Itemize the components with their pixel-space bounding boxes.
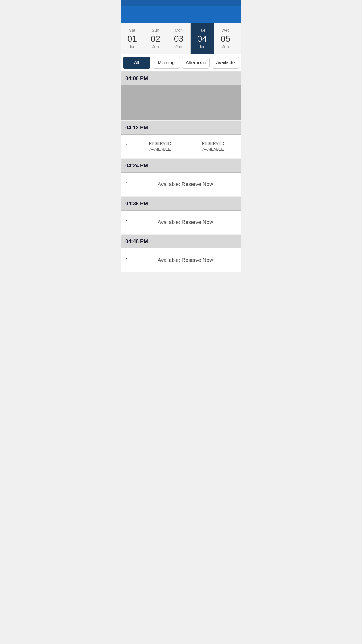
slot-card-available[interactable]: 1Available: Reserve Now xyxy=(121,211,241,234)
slot-available-label: AVAILABLE xyxy=(136,147,184,152)
day-number: 05 xyxy=(216,34,235,43)
slot-available-text: Available: Reserve Now xyxy=(134,257,237,263)
time-header: 04:24 PM xyxy=(121,159,241,173)
filter-bar: AllMorningAfternoonAvailable xyxy=(121,54,241,72)
time-slot-group-0: 04:00 PM xyxy=(121,72,241,120)
date-item-06[interactable]: Thu 06 Jun xyxy=(237,23,241,54)
slot-available-text: Available: Reserve Now xyxy=(134,181,237,188)
month-label: Jun xyxy=(216,44,235,49)
slot-available-text: Available: Reserve Now xyxy=(134,219,237,225)
slot-reserved-label: RESERVED xyxy=(189,141,237,146)
slot-row: 1Available: Reserve Now xyxy=(121,211,241,234)
month-label: Jun xyxy=(193,44,211,49)
day-name: Thu xyxy=(240,28,241,33)
slot-number: 1 xyxy=(125,181,134,188)
time-header: 04:12 PM xyxy=(121,121,241,135)
time-header: 04:36 PM xyxy=(121,197,241,211)
slot-col-1: RESERVEDAVAILABLE xyxy=(189,141,237,152)
day-number: 01 xyxy=(123,34,141,43)
slot-row: 1RESERVEDAVAILABLERESERVEDAVAILABLE xyxy=(121,135,241,158)
slot-info: RESERVEDAVAILABLERESERVEDAVAILABLE xyxy=(136,141,237,152)
slot-number: 1 xyxy=(125,143,134,150)
month-label: Jun xyxy=(123,44,141,49)
time-slot-group-3: 04:36 PM1Available: Reserve Now xyxy=(121,197,241,234)
date-item-02[interactable]: Sun 02 Jun xyxy=(144,23,167,54)
day-number: 02 xyxy=(146,34,165,43)
time-slot-group-2: 04:24 PM1Available: Reserve Now xyxy=(121,159,241,196)
day-name: Wed xyxy=(216,28,235,33)
date-item-03[interactable]: Mon 03 Jun xyxy=(167,23,191,54)
day-name: Tue xyxy=(193,28,211,33)
date-item-05[interactable]: Wed 05 Jun xyxy=(214,23,237,54)
filter-button-all[interactable]: All xyxy=(123,57,150,69)
slot-col-0: RESERVEDAVAILABLE xyxy=(136,141,184,152)
slots-container: 04:00 PM04:12 PM1RESERVEDAVAILABLERESERV… xyxy=(121,72,241,272)
slot-row: 1Available: Reserve Now xyxy=(121,173,241,196)
slot-card-available[interactable]: 1Available: Reserve Now xyxy=(121,249,241,272)
slot-number: 1 xyxy=(125,219,134,226)
slot-reserved-label: RESERVED xyxy=(136,141,184,146)
slot-row: 1Available: Reserve Now xyxy=(121,249,241,272)
day-number: 06 xyxy=(240,34,241,43)
filter-button-available[interactable]: Available xyxy=(212,57,239,69)
slot-card-gray xyxy=(121,85,241,120)
date-item-01[interactable]: Sat 01 Jun xyxy=(121,23,144,54)
day-name: Mon xyxy=(170,28,188,33)
day-name: Sat xyxy=(123,28,141,33)
date-item-04[interactable]: Tue 04 Jun xyxy=(191,23,214,54)
filter-button-morning[interactable]: Morning xyxy=(153,57,180,69)
slot-card-reserved[interactable]: 1RESERVEDAVAILABLERESERVEDAVAILABLE xyxy=(121,135,241,158)
slot-available-label: AVAILABLE xyxy=(189,147,237,152)
time-header: 04:00 PM xyxy=(121,72,241,85)
date-picker: Sat 01 Jun Sun 02 Jun Mon 03 Jun Tue 04 … xyxy=(121,23,241,54)
nav-bar xyxy=(121,6,241,23)
status-bar xyxy=(121,0,241,6)
day-number: 04 xyxy=(193,34,211,43)
day-name: Sun xyxy=(146,28,165,33)
time-header: 04:48 PM xyxy=(121,235,241,249)
time-slot-group-1: 04:12 PM1RESERVEDAVAILABLERESERVEDAVAILA… xyxy=(121,121,241,158)
filter-button-afternoon[interactable]: Afternoon xyxy=(182,57,210,69)
day-number: 03 xyxy=(170,34,188,43)
month-label: Jun xyxy=(170,44,188,49)
slot-number: 1 xyxy=(125,257,134,264)
month-label: Jun xyxy=(146,44,165,49)
time-slot-group-4: 04:48 PM1Available: Reserve Now xyxy=(121,235,241,272)
slot-card-available[interactable]: 1Available: Reserve Now xyxy=(121,173,241,196)
month-label: Jun xyxy=(240,44,241,49)
